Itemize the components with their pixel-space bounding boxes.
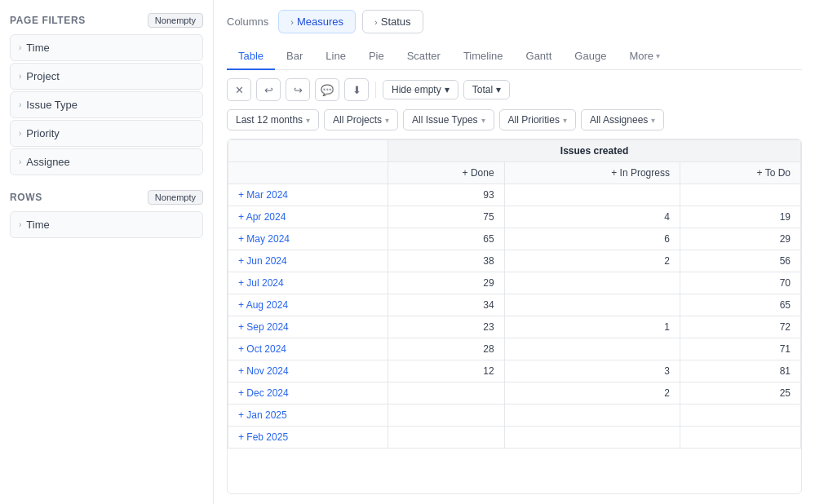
sidebar-item-time[interactable]: › Time bbox=[10, 34, 203, 61]
hide-empty-chevron-icon: ▾ bbox=[445, 84, 450, 95]
col-header-to-do[interactable]: + To Do bbox=[680, 162, 800, 184]
row-month-label[interactable]: + Nov 2024 bbox=[228, 360, 388, 382]
priorities-chevron-icon: ▾ bbox=[563, 116, 567, 125]
projects-filter[interactable]: All Projects ▾ bbox=[324, 109, 398, 130]
column-chip-status[interactable]: › Status bbox=[362, 10, 423, 33]
row-item-label: Time bbox=[26, 219, 49, 231]
row-to-do-value: 71 bbox=[680, 338, 800, 360]
table-row: + Apr 202475419 bbox=[228, 206, 801, 228]
sidebar-item-priority[interactable]: › Priority bbox=[10, 120, 203, 147]
comment-button[interactable]: 💬 bbox=[315, 78, 339, 101]
row-month-label[interactable]: + Aug 2024 bbox=[228, 294, 388, 316]
rows-label: Rows bbox=[10, 192, 42, 203]
chart-tab-gauge[interactable]: Gauge bbox=[563, 43, 618, 70]
sidebar-item-issue-type[interactable]: › Issue Type bbox=[10, 91, 203, 118]
chart-tabs: TableBarLinePieScatterTimelineGanttGauge… bbox=[227, 43, 802, 70]
undo-button[interactable]: ↩ bbox=[256, 78, 281, 101]
line-tab-label: Line bbox=[326, 50, 346, 62]
col-header-in-progress[interactable]: + In Progress bbox=[504, 162, 680, 184]
time-range-value: Last 12 months bbox=[236, 114, 303, 126]
columns-label: Columns bbox=[227, 15, 268, 28]
assignees-value: All Assignees bbox=[590, 114, 648, 126]
download-button[interactable]: ⬇ bbox=[344, 78, 369, 101]
total-label: Total bbox=[472, 84, 493, 95]
redo-button[interactable]: ↪ bbox=[286, 78, 310, 101]
total-button[interactable]: Total ▾ bbox=[463, 80, 510, 99]
row-label-header bbox=[228, 162, 388, 184]
chart-tab-timeline[interactable]: Timeline bbox=[452, 43, 515, 70]
assignees-filter[interactable]: All Assignees ▾ bbox=[581, 109, 664, 130]
table-row: + Dec 2024225 bbox=[228, 382, 801, 405]
sidebar-item-assignee[interactable]: › Assignee bbox=[10, 148, 203, 175]
row-month-label[interactable]: + May 2024 bbox=[228, 228, 388, 250]
time-range-chevron-icon: ▾ bbox=[306, 116, 310, 125]
column-headers-row: + Done+ In Progress+ To Do bbox=[228, 162, 801, 184]
column-chip-measures[interactable]: › Measures bbox=[278, 10, 356, 33]
pie-tab-label: Pie bbox=[369, 50, 384, 62]
row-done-value: 65 bbox=[388, 228, 505, 250]
row-month-label[interactable]: + Apr 2024 bbox=[228, 206, 388, 228]
more-tab-chevron-icon: ▾ bbox=[656, 51, 660, 60]
projects-value: All Projects bbox=[333, 114, 382, 126]
row-done-value: 38 bbox=[388, 250, 505, 272]
page-filters-nonempty-button[interactable]: Nonempty bbox=[148, 13, 203, 28]
chip-label: Status bbox=[381, 15, 411, 28]
hide-empty-label: Hide empty bbox=[392, 84, 441, 95]
total-chevron-icon: ▾ bbox=[496, 84, 501, 95]
page-filters-label: Page filters bbox=[10, 15, 86, 26]
row-done-value bbox=[388, 382, 505, 405]
row-month-label[interactable]: + Jul 2024 bbox=[228, 272, 388, 294]
issue-types-filter[interactable]: All Issue Types ▾ bbox=[403, 109, 494, 130]
chart-tab-table[interactable]: Table bbox=[227, 43, 275, 70]
sidebar-item-label: Issue Type bbox=[26, 99, 78, 111]
row-in-progress-value bbox=[504, 272, 680, 294]
chevron-right-icon: › bbox=[19, 100, 21, 109]
sidebar-item-project[interactable]: › Project bbox=[10, 63, 203, 90]
toolbar: ✕ ↩ ↪ 💬 ⬇ Hide empty ▾ Total ▾ bbox=[227, 78, 802, 101]
scatter-tab-label: Scatter bbox=[407, 50, 441, 62]
chart-tab-bar[interactable]: Bar bbox=[275, 43, 314, 70]
rows-header: Rows Nonempty bbox=[10, 190, 203, 205]
row-month-label[interactable]: + Jun 2024 bbox=[228, 250, 388, 272]
col-header-done[interactable]: + Done bbox=[388, 162, 505, 184]
chevron-right-icon: › bbox=[19, 129, 21, 138]
row-in-progress-value: 1 bbox=[504, 316, 680, 338]
row-in-progress-value: 2 bbox=[504, 382, 680, 405]
hide-empty-button[interactable]: Hide empty ▾ bbox=[383, 80, 458, 99]
page-filters-header: Page filters Nonempty bbox=[10, 13, 203, 28]
table-row: + Jan 2025 bbox=[228, 405, 801, 427]
row-month-label[interactable]: + Oct 2024 bbox=[228, 338, 388, 360]
more-tab-label: More bbox=[629, 50, 653, 62]
row-in-progress-value: 2 bbox=[504, 250, 680, 272]
chart-tab-gantt[interactable]: Gantt bbox=[515, 43, 564, 70]
table-row: + Nov 202412381 bbox=[228, 360, 801, 382]
row-done-value: 12 bbox=[388, 360, 505, 382]
row-month-label[interactable]: + Jan 2025 bbox=[228, 405, 388, 427]
chevron-right-icon: › bbox=[19, 220, 21, 229]
priorities-value: All Priorities bbox=[508, 114, 560, 126]
chart-tab-line[interactable]: Line bbox=[314, 43, 357, 70]
sidebar-item-label: Assignee bbox=[26, 156, 69, 168]
chip-label: Measures bbox=[297, 15, 343, 28]
crosshair-button[interactable]: ✕ bbox=[227, 78, 251, 101]
chart-tab-scatter[interactable]: Scatter bbox=[396, 43, 452, 70]
row-to-do-value: 81 bbox=[680, 360, 800, 382]
row-to-do-value bbox=[680, 184, 800, 206]
row-month-label[interactable]: + Dec 2024 bbox=[228, 382, 388, 405]
priorities-filter[interactable]: All Priorities ▾ bbox=[499, 109, 576, 130]
rows-nonempty-button[interactable]: Nonempty bbox=[148, 190, 203, 205]
row-month-label[interactable]: + Sep 2024 bbox=[228, 316, 388, 338]
time-range-filter[interactable]: Last 12 months ▾ bbox=[227, 109, 319, 130]
row-item-time-row[interactable]: › Time bbox=[10, 211, 203, 238]
sidebar: Page filters Nonempty › Time › Project ›… bbox=[0, 0, 214, 504]
row-to-do-value: 70 bbox=[680, 272, 800, 294]
sidebar-item-label: Time bbox=[26, 42, 49, 54]
row-to-do-value: 29 bbox=[680, 228, 800, 250]
chart-tab-more[interactable]: More▾ bbox=[618, 43, 671, 70]
row-done-value bbox=[388, 427, 505, 449]
chart-tab-pie[interactable]: Pie bbox=[357, 43, 396, 70]
row-done-value: 28 bbox=[388, 338, 505, 360]
row-month-label[interactable]: + Mar 2024 bbox=[228, 184, 388, 206]
row-month-label[interactable]: + Feb 2025 bbox=[228, 427, 388, 449]
row-to-do-value bbox=[680, 427, 800, 449]
